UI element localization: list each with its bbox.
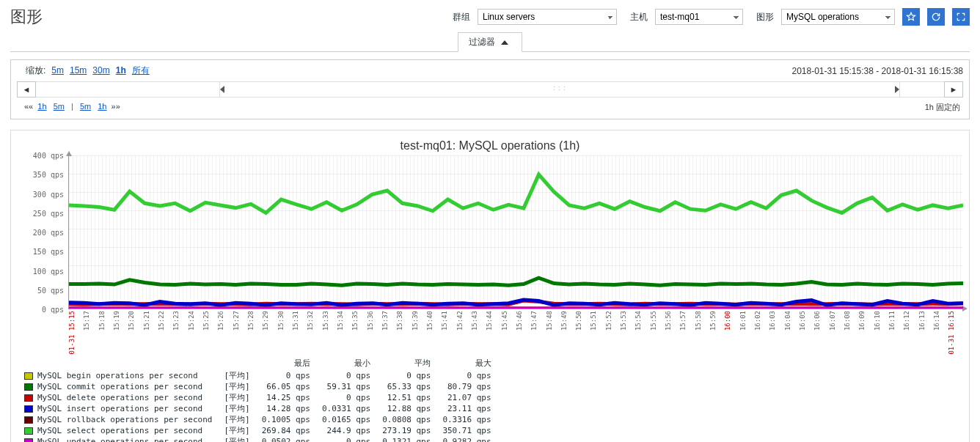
favorite-button[interactable] xyxy=(902,8,920,26)
nav-ffwd-icon: »» xyxy=(111,102,120,111)
nav-back-1h[interactable]: 1h xyxy=(37,102,46,111)
x-tick: 15:17 xyxy=(83,309,98,356)
x-tick: 16:05 xyxy=(799,309,813,356)
y-tick: 0 qps xyxy=(42,306,64,314)
x-tick: 16:14 xyxy=(933,309,948,356)
x-tick: 15:30 xyxy=(277,309,292,356)
x-tick: 15:23 xyxy=(172,309,187,356)
zoom-30m[interactable]: 30m xyxy=(92,65,109,75)
x-tick: 15:47 xyxy=(530,309,545,356)
x-tick: 15:39 xyxy=(412,309,426,356)
y-tick: 300 qps xyxy=(33,190,64,198)
refresh-icon xyxy=(931,12,941,22)
refresh-button[interactable] xyxy=(927,8,945,26)
select-graph[interactable]: MySQL operations xyxy=(781,9,895,25)
legend-row: MySQL select operations per second[平均]26… xyxy=(21,425,500,436)
series-line xyxy=(69,278,963,285)
legend-row: MySQL commit operations per second[平均]66… xyxy=(21,381,500,392)
y-tick: 100 qps xyxy=(33,267,64,275)
caret-right-icon xyxy=(895,86,899,93)
nav-separator: | xyxy=(71,102,73,111)
legend-row: MySQL rollback operations per second[平均]… xyxy=(21,414,500,425)
chart-plot-area[interactable] xyxy=(68,155,963,309)
y-tick: 200 qps xyxy=(33,229,64,237)
legend-row: MySQL update operations per second[平均]0.… xyxy=(21,436,500,442)
star-icon xyxy=(906,12,916,22)
x-tick: 15:32 xyxy=(307,309,321,356)
y-tick: 400 qps xyxy=(33,152,64,160)
select-host[interactable]: test-mq01 xyxy=(655,9,743,25)
time-range-text: 2018-01-31 15:15:38 - 2018-01-31 16:15:3… xyxy=(791,66,963,76)
chart-title: test-mq01: MySQL operations (1h) xyxy=(17,139,963,152)
thumb-grip-icon: : : : xyxy=(553,84,566,92)
x-tick: 15:46 xyxy=(516,309,530,356)
x-tick: 15:18 xyxy=(98,309,113,356)
x-tick: 16:09 xyxy=(858,309,873,356)
x-tick: 15:50 xyxy=(575,309,590,356)
legend-row: MySQL insert operations per second[平均]14… xyxy=(21,403,500,414)
x-tick: 15:57 xyxy=(679,309,694,356)
time-scroll-track-left[interactable] xyxy=(36,81,219,97)
x-tick: 16:08 xyxy=(844,309,858,356)
x-tick: 16:03 xyxy=(769,309,783,356)
x-tick: 15:55 xyxy=(650,309,665,356)
legend-swatch xyxy=(24,372,33,380)
x-tick: 15:22 xyxy=(158,309,172,356)
filter-tab[interactable]: 过滤器 xyxy=(458,32,522,52)
fullscreen-button[interactable] xyxy=(952,8,970,26)
x-tick: 15:19 xyxy=(113,309,128,356)
nav-fixed-label: 1h 固定的 xyxy=(925,102,960,113)
caret-left-icon xyxy=(220,86,224,93)
y-tick: 150 qps xyxy=(33,248,64,256)
x-tick: 16:00 xyxy=(724,309,739,356)
label-host: 主机 xyxy=(630,11,648,23)
x-tick: 15:45 xyxy=(501,309,516,356)
legend-header: 最后 xyxy=(259,358,319,370)
x-tick: 15:27 xyxy=(233,309,247,356)
zoom-label: 缩放: xyxy=(26,65,45,77)
x-tick: 15:54 xyxy=(635,309,649,356)
time-step-back-button[interactable]: ◄ xyxy=(17,81,36,97)
zoom-所有[interactable]: 所有 xyxy=(132,65,150,75)
x-tick: 15:26 xyxy=(217,309,232,356)
x-tick: 15:43 xyxy=(471,309,486,356)
series-line xyxy=(69,174,963,213)
y-tick: 50 qps xyxy=(37,286,64,294)
legend-header: 最大 xyxy=(439,358,500,370)
expand-icon xyxy=(956,12,966,22)
time-scroll-thumb[interactable]: : : : xyxy=(219,81,900,97)
label-group: 群组 xyxy=(453,11,470,23)
x-tick: 15:58 xyxy=(695,309,709,356)
legend-row: MySQL delete operations per second[平均]14… xyxy=(21,392,500,403)
zoom-1h[interactable]: 1h xyxy=(116,65,126,75)
zoom-15m[interactable]: 15m xyxy=(70,65,87,75)
legend-swatch xyxy=(24,416,33,424)
x-tick: 16:06 xyxy=(813,309,828,356)
x-tick: 15:34 xyxy=(337,309,351,356)
time-scroll-track-right[interactable] xyxy=(900,81,944,97)
nav-fwd-5m[interactable]: 5m xyxy=(80,102,91,111)
legend-swatch xyxy=(24,438,33,442)
zoom-5m[interactable]: 5m xyxy=(51,65,64,75)
legend-header: 平均 xyxy=(379,358,439,370)
time-step-forward-button[interactable]: ► xyxy=(944,81,963,97)
x-tick: 15:42 xyxy=(456,309,471,356)
x-tick: 15:37 xyxy=(381,309,396,356)
x-tick: 16:07 xyxy=(829,309,844,356)
legend-header: 最小 xyxy=(319,358,379,370)
nav-back-5m[interactable]: 5m xyxy=(54,102,65,111)
x-tick: 15:49 xyxy=(560,309,575,356)
time-selector-panel: 缩放: 5m15m30m1h所有 2018-01-31 15:15:38 - 2… xyxy=(10,59,970,119)
nav-fwd-1h[interactable]: 1h xyxy=(98,102,106,111)
chevron-up-icon xyxy=(501,40,508,45)
legend-swatch xyxy=(24,405,33,413)
legend-swatch xyxy=(24,383,33,391)
x-tick: 15:40 xyxy=(426,309,441,356)
select-group[interactable]: Linux servers xyxy=(478,9,617,25)
x-tick: 15:24 xyxy=(188,309,202,356)
x-tick: 15:29 xyxy=(262,309,277,356)
legend-swatch xyxy=(24,394,33,402)
chart-card: test-mq01: MySQL operations (1h) 0 qps50… xyxy=(10,130,970,442)
y-axis: 0 qps50 qps100 qps150 qps200 qps250 qps3… xyxy=(17,155,68,309)
x-tick: 15:33 xyxy=(322,309,337,356)
